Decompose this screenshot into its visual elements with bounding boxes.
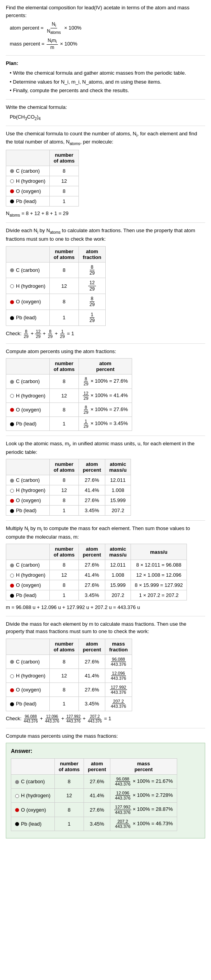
carbon-fraction: 829	[79, 262, 106, 278]
hydrogen-atoms: 12	[49, 570, 78, 580]
table3: numberof atoms atompercent C (carbon) 8 …	[6, 358, 132, 431]
oxygen-atom-pct: 27.6%	[79, 580, 105, 590]
element-hydrogen: H (hydrogen)	[11, 789, 55, 803]
table3-col1-header: numberof atoms	[49, 359, 78, 374]
table-row: C (carbon) 8 829 × 100% = 27.6%	[6, 374, 132, 388]
carbon-mass: 8 × 12.011 = 96.088	[131, 560, 187, 570]
find-text: Find the elemental composition for lead(…	[6, 4, 205, 19]
element-carbon: C (carbon)	[6, 560, 50, 570]
lead-dot	[10, 702, 14, 706]
table3-col2-header: atompercent	[79, 359, 132, 374]
carbon-atoms: 8	[49, 560, 78, 570]
lead-atoms: 1	[54, 817, 84, 831]
table-row: O (oxygen) 8 829	[6, 294, 106, 310]
table7: numberof atoms atompercent masspercent C…	[11, 758, 177, 831]
lead-dot	[10, 316, 14, 320]
hydrogen-atom-pct: 41.4%	[79, 668, 105, 682]
table2-col1-header: numberof atoms	[49, 246, 78, 262]
lead-atom-percent: 129 × 100% = 3.45%	[79, 416, 132, 430]
element-lead: Pb (lead)	[6, 310, 50, 326]
element-carbon: C (carbon)	[6, 374, 50, 388]
element-oxygen: O (oxygen)	[11, 803, 55, 817]
table6-check: Check: 96.088443.376 + 12.096443.376 + 1…	[6, 714, 205, 723]
carbon-dot	[10, 564, 14, 567]
oxygen-dot	[10, 408, 14, 412]
hydrogen-dot	[10, 674, 14, 678]
plan-list: Write the chemical formula and gather at…	[10, 69, 205, 94]
table-row: C (carbon) 8 27.6% 96.088443.376	[6, 654, 132, 668]
hydrogen-dot	[10, 284, 14, 288]
carbon-dot	[10, 479, 14, 483]
lead-atom-pct: 3.45%	[84, 817, 110, 831]
hydrogen-mass-fraction: 12.096443.376	[105, 668, 132, 682]
lead-atom-pct: 3.45%	[79, 506, 105, 516]
hydrogen-mass: 12 × 1.008 = 12.096	[131, 570, 187, 580]
oxygen-atom-percent: 829 × 100% = 27.6%	[79, 402, 132, 416]
oxygen-atom-pct: 27.6%	[84, 803, 110, 817]
lead-mass: 1 × 207.2 = 207.2	[131, 590, 187, 600]
element-lead: Pb (lead)	[6, 416, 50, 430]
table5-col0-header	[6, 544, 50, 560]
table7-description: Compute mass percents using the mass fra…	[6, 732, 205, 740]
table3-description: Compute atom percents using the atom fra…	[6, 348, 205, 355]
plan-step-1: Write the chemical formula and gather at…	[10, 69, 205, 77]
table-row: O (oxygen) 8	[6, 186, 79, 196]
lead-dot	[10, 594, 14, 598]
hydrogen-atomic-mass: 1.008	[105, 485, 131, 495]
table-row: O (oxygen) 8 829 × 100% = 27.6%	[6, 402, 132, 416]
table1-col1-header: numberof atoms	[49, 150, 78, 166]
hydrogen-atoms: 12	[49, 485, 78, 495]
carbon-mass-fraction: 96.088443.376	[105, 654, 132, 668]
table-row: Pb (lead) 1 3.45% 207.2	[6, 506, 131, 516]
lead-atomic-mass: 207.2	[105, 590, 131, 600]
table1-col0-header	[6, 150, 50, 166]
table4-col1-header: numberof atoms	[49, 459, 78, 475]
carbon-atom-pct: 27.6%	[79, 560, 105, 570]
chemical-formula-section: Write the chemical formula: Pb(CH3CO2)4	[6, 103, 205, 122]
oxygen-atomic-mass: 15.999	[105, 580, 131, 590]
table2-section: Divide each Ni by Natoms to calculate at…	[6, 227, 205, 338]
table6-col3-header: massfraction	[105, 639, 132, 654]
hydrogen-atomic-mass: 1.008	[105, 570, 131, 580]
table-row: H (hydrogen) 12 41.4% 12.096443.376	[6, 668, 132, 682]
table5-col3-header: atomicmass/u	[105, 544, 131, 560]
carbon-atomic-mass: 12.011	[105, 560, 131, 570]
table2-col2-header: atomfraction	[79, 246, 106, 262]
element-carbon: C (carbon)	[6, 475, 50, 485]
table-row: H (hydrogen) 12 41.4% 1.008 12 × 1.008 =…	[6, 570, 187, 580]
oxygen-atoms: 8	[49, 683, 78, 697]
element-lead: Pb (lead)	[6, 196, 50, 206]
table5-section: Multiply Ni by mi to compute the mass fo…	[6, 525, 205, 611]
oxygen-atomic-mass: 15.999	[105, 495, 131, 506]
lead-dot	[15, 822, 19, 826]
element-oxygen: O (oxygen)	[6, 402, 50, 416]
table-row: H (hydrogen) 12	[6, 176, 79, 186]
lead-atom-pct: 3.45%	[79, 590, 105, 600]
table5-col1-header: numberof atoms	[49, 544, 78, 560]
oxygen-dot	[10, 584, 14, 588]
hydrogen-mass-pct: 12.096443.376 × 100% = 2.728%	[110, 789, 177, 803]
oxygen-dot	[15, 808, 19, 812]
table7-section: Compute mass percents using the mass fra…	[6, 732, 205, 838]
table6-col0-header	[6, 639, 50, 654]
oxygen-mass: 8 × 15.999 = 127.992	[131, 580, 187, 590]
answer-label: Answer:	[11, 747, 200, 755]
table-row: H (hydrogen) 12 1229 × 100% = 41.4%	[6, 388, 132, 402]
carbon-dot	[10, 268, 14, 272]
table-row: Pb (lead) 1 129 × 100% = 3.45%	[6, 416, 132, 430]
atom-percent-formula: atom percent = NiNatoms × 100%	[10, 21, 205, 35]
hydrogen-dot	[10, 574, 14, 578]
table4-description: Look up the atomic mass, mi, in unified …	[6, 440, 205, 456]
carbon-dot	[15, 780, 19, 784]
hydrogen-fraction: 1229	[79, 278, 106, 294]
element-oxygen: O (oxygen)	[6, 294, 50, 310]
table-row: O (oxygen) 8 27.6% 15.999 8 × 15.999 = 1…	[6, 580, 187, 590]
answer-box: Answer: numberof atoms atompercent massp…	[6, 743, 205, 838]
lead-dot	[10, 509, 14, 513]
table6-description: Divide the mass for each element by m to…	[6, 620, 205, 635]
lead-atoms: 1	[49, 310, 78, 326]
carbon-atom-pct: 27.6%	[84, 775, 110, 789]
element-hydrogen: H (hydrogen)	[6, 570, 50, 580]
oxygen-mass-fraction: 127.992443.376	[105, 683, 132, 697]
carbon-dot	[10, 380, 14, 384]
